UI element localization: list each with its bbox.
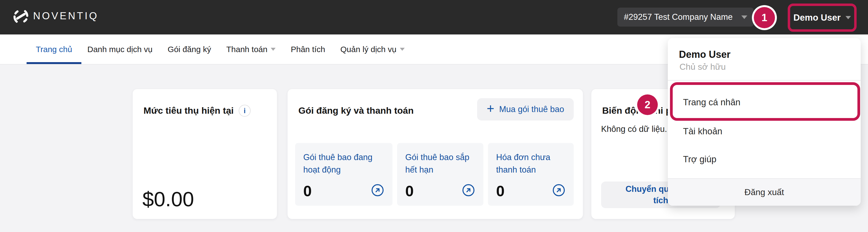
tile-label: Gói thuê bao đang hoạt động	[295, 143, 393, 176]
nav-item-home[interactable]: Trang chủ	[36, 34, 72, 64]
buy-subscription-button[interactable]: + Mua gói thuê bao	[477, 98, 574, 120]
consumption-amount: $0.00	[143, 187, 194, 211]
tile-label: Gói thuê bao sắp hết hạn	[397, 143, 484, 176]
tile-unpaid-invoices: Hóa đơn chưa thanh toán 0	[488, 143, 574, 206]
tile-expiring-subscriptions: Gói thuê bao sắp hết hạn 0	[397, 143, 484, 206]
arrow-up-right-icon[interactable]	[553, 184, 565, 197]
noventiq-portal: NOVENTIQ #29257 Test Company Name 1 Demo…	[0, 0, 868, 232]
dropdown-user-name: Demo User	[679, 49, 731, 60]
no-data-text: Không có dữ liệu.	[601, 124, 667, 134]
arrow-up-right-icon[interactable]	[462, 184, 475, 197]
noventiq-logo[interactable]: NOVENTIQ	[13, 7, 98, 25]
annotation-step-2-badge: 2	[637, 94, 658, 115]
tile-value: 0	[303, 182, 312, 200]
nav-item-label: Gói đăng ký	[167, 45, 211, 54]
card-current-consumption: Mức tiêu thụ hiện tại i $0.00	[132, 89, 277, 219]
company-selector[interactable]: #29257 Test Company Name	[617, 8, 754, 27]
noventiq-logo-icon	[13, 8, 29, 24]
card-title: Gói đăng ký và thanh toán	[299, 105, 414, 116]
annotation-profile-highlight	[670, 82, 860, 121]
arrow-up-right-icon[interactable]	[371, 184, 384, 197]
nav-item-service-management[interactable]: Quản lý dịch vụ	[340, 34, 405, 64]
card-title: Mức tiêu thụ hiện tại	[144, 105, 234, 116]
nav-item-subscriptions[interactable]: Gói đăng ký	[167, 34, 211, 64]
tile-value: 0	[405, 182, 414, 200]
dropdown-user-role: Chủ sở hữu	[680, 62, 725, 72]
nav-item-label: Danh mục dịch vụ	[87, 45, 152, 54]
user-menu-label: Demo User	[794, 12, 841, 23]
nav-item-label: Quản lý dịch vụ	[340, 45, 397, 54]
tile-value: 0	[496, 182, 504, 200]
annotation-step-1-badge: 1	[754, 7, 775, 28]
nav-item-label: Thanh toán	[226, 45, 268, 54]
divider	[668, 80, 861, 81]
menu-item-help[interactable]: Trợ giúp	[683, 154, 716, 165]
tile-label: Hóa đơn chưa thanh toán	[488, 143, 574, 176]
menu-item-logout[interactable]: Đăng xuất	[668, 178, 861, 206]
menu-item-account[interactable]: Tài khoản	[683, 126, 722, 137]
user-menu-button[interactable]: Demo User	[788, 3, 857, 32]
nav-item-service-catalog[interactable]: Danh mục dịch vụ	[87, 34, 152, 64]
info-icon[interactable]: i	[239, 105, 251, 117]
chevron-down-icon	[741, 16, 747, 19]
chevron-down-icon	[400, 48, 405, 51]
card-subscriptions-billing: Gói đăng ký và thanh toán + Mua gói thuê…	[287, 89, 583, 219]
nav-item-analytics[interactable]: Phân tích	[291, 34, 325, 64]
nav-item-payments[interactable]: Thanh toán	[226, 34, 276, 64]
nav-item-label: Phân tích	[291, 45, 325, 54]
top-header: NOVENTIQ #29257 Test Company Name 1 Demo…	[0, 0, 868, 34]
buy-subscription-label: Mua gói thuê bao	[499, 105, 564, 114]
company-selector-value: #29257 Test Company Name	[624, 12, 733, 22]
chevron-down-icon	[845, 16, 851, 19]
chevron-down-icon	[271, 48, 276, 51]
tile-active-subscriptions: Gói thuê bao đang hoạt động 0	[295, 143, 393, 206]
logo-wordmark: NOVENTIQ	[33, 10, 98, 22]
user-dropdown-menu: Demo User Chủ sở hữu Trang cá nhân Tài k…	[668, 38, 861, 206]
nav-item-label: Trang chủ	[36, 45, 72, 54]
